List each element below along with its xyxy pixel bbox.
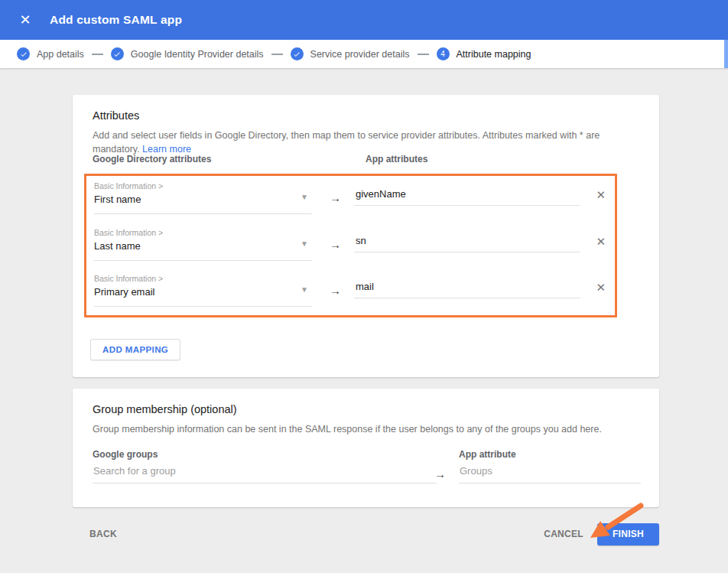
attribute-category-label: Basic Information > xyxy=(94,274,312,283)
footer-right-actions: CANCEL FINISH xyxy=(544,523,659,545)
groups-app-attribute-input[interactable] xyxy=(459,465,641,483)
directory-attribute-select[interactable]: Basic Information > Primary email ▼ xyxy=(94,269,312,307)
close-icon[interactable]: ✕ xyxy=(16,11,34,29)
dropdown-caret-icon: ▼ xyxy=(301,285,308,294)
attribute-category-label: Basic Information > xyxy=(94,228,312,237)
mapping-row-last-name: Basic Information > Last name ▼ → ✕ xyxy=(86,223,615,269)
group-membership-card: Group membership (optional) Group member… xyxy=(73,389,659,507)
stepper: App details Google Identity Provider det… xyxy=(0,40,728,68)
attributes-title: Attributes xyxy=(73,95,659,122)
dropdown-caret-icon: ▼ xyxy=(301,239,308,248)
dialog-title: Add custom SAML app xyxy=(50,13,182,27)
dialog-header: ✕ Add custom SAML app xyxy=(0,0,728,40)
dialog-footer: BACK CANCEL FINISH xyxy=(73,523,659,545)
arrow-right-icon: → xyxy=(434,467,446,480)
app-attribute-field-wrap xyxy=(354,176,580,206)
learn-more-link[interactable]: Learn more xyxy=(142,144,191,155)
attribute-category-label: Basic Information > xyxy=(94,181,312,190)
group-search-input[interactable] xyxy=(93,465,437,483)
group-membership-title: Group membership (optional) xyxy=(73,389,659,415)
dropdown-caret-icon: ▼ xyxy=(301,193,308,201)
attribute-value-label: Primary email xyxy=(94,286,312,298)
step-separator xyxy=(271,54,283,55)
step-sp-details[interactable]: Service provider details xyxy=(291,47,410,60)
group-membership-description: Group membership information can be sent… xyxy=(73,415,659,437)
step-label: App details xyxy=(37,49,84,60)
step-label: Service provider details xyxy=(310,49,410,60)
step-label: Attribute mapping xyxy=(457,49,531,60)
app-attribute-input[interactable] xyxy=(354,188,580,206)
arrow-right-icon: → xyxy=(330,223,341,251)
check-icon xyxy=(17,47,30,60)
app-attributes-header: App attributes xyxy=(366,154,427,164)
app-attribute-input[interactable] xyxy=(354,235,580,252)
directory-attribute-select[interactable]: Basic Information > Last name ▼ xyxy=(94,223,312,261)
step-idp-details[interactable]: Google Identity Provider details xyxy=(111,47,264,60)
remove-mapping-icon[interactable]: ✕ xyxy=(596,176,606,202)
app-attribute-label: App attribute xyxy=(459,449,516,460)
attribute-value-label: First name xyxy=(94,194,312,205)
cancel-button[interactable]: CANCEL xyxy=(544,529,583,539)
mapping-row-primary-email: Basic Information > Primary email ▼ → ✕ xyxy=(86,269,615,315)
remove-mapping-icon[interactable]: ✕ xyxy=(596,223,606,249)
app-attribute-field-wrap xyxy=(354,223,580,252)
google-groups-label: Google groups xyxy=(93,449,158,460)
step-label: Google Identity Provider details xyxy=(131,49,264,60)
step-number-badge: 4 xyxy=(437,47,450,60)
app-attribute-input[interactable] xyxy=(354,281,580,298)
check-icon xyxy=(111,47,124,60)
finish-button[interactable]: FINISH xyxy=(597,523,659,545)
dialog-body: Attributes Add and select user fields in… xyxy=(0,68,728,573)
attributes-description: Add and select user fields in Google Dir… xyxy=(73,122,659,156)
mapping-row-first-name: Basic Information > First name ▼ → ✕ xyxy=(86,176,615,223)
mapping-highlight-box: Basic Information > First name ▼ → ✕ Bas… xyxy=(84,174,617,317)
arrow-right-icon: → xyxy=(330,176,341,204)
attribute-value-label: Last name xyxy=(94,240,312,252)
directory-attribute-select[interactable]: Basic Information > First name ▼ xyxy=(94,176,312,214)
scrollbar-strip xyxy=(724,40,728,68)
arrow-right-icon: → xyxy=(330,269,341,297)
step-separator xyxy=(418,54,429,55)
attributes-card: Attributes Add and select user fields in… xyxy=(73,95,659,377)
step-app-details[interactable]: App details xyxy=(17,47,84,60)
remove-mapping-icon[interactable]: ✕ xyxy=(596,269,606,295)
step-separator xyxy=(92,54,103,55)
google-directory-attributes-header: Google Directory attributes xyxy=(93,154,211,164)
app-attribute-field-wrap xyxy=(354,269,580,298)
back-button[interactable]: BACK xyxy=(89,529,117,539)
check-icon xyxy=(291,47,304,60)
step-attribute-mapping[interactable]: 4 Attribute mapping xyxy=(437,47,531,60)
add-mapping-button[interactable]: ADD MAPPING xyxy=(90,339,180,360)
